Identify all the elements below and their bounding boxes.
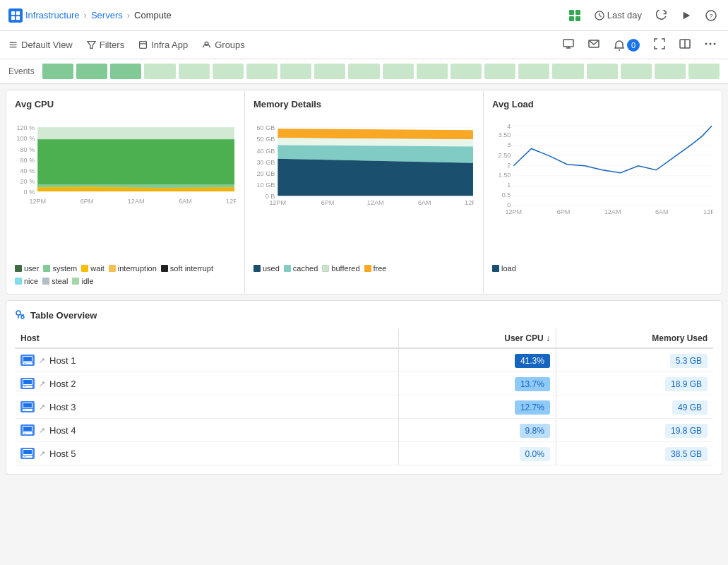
- cpu-value: 12.7%: [515, 400, 550, 415]
- grid-view-button[interactable]: [566, 7, 583, 24]
- load-legend: load: [492, 264, 713, 273]
- svg-rect-2: [11, 16, 15, 19]
- svg-text:80 %: 80 %: [20, 146, 35, 153]
- event-block: [450, 64, 482, 79]
- external-link[interactable]: ↗: [39, 356, 45, 365]
- sub-navigation: Default View Filters Infra App Groups 0: [0, 31, 728, 59]
- svg-marker-43: [37, 189, 234, 191]
- external-link[interactable]: ↗: [39, 379, 45, 388]
- svg-rect-1: [16, 11, 20, 14]
- table-overview-icon: [15, 309, 26, 321]
- svg-text:2.50: 2.50: [499, 152, 511, 159]
- svg-text:10 GB: 10 GB: [257, 182, 275, 189]
- mem-value: 18.9 GB: [665, 377, 708, 391]
- filters-label: Filters: [100, 40, 124, 50]
- table-section: Table Overview Host User CPU ↓ Memory Us…: [6, 300, 722, 475]
- cpu-value: 13.7%: [515, 377, 550, 391]
- svg-text:40 GB: 40 GB: [257, 148, 275, 155]
- svg-rect-112: [24, 433, 26, 434]
- legend-soft-interrupt: soft interrupt: [161, 264, 213, 273]
- event-block: [179, 64, 210, 79]
- more-options-button[interactable]: [701, 35, 720, 55]
- svg-rect-15: [563, 40, 573, 47]
- svg-text:12AM: 12AM: [128, 198, 145, 205]
- memory-chart-title: Memory Details: [253, 99, 475, 109]
- default-view-label: Default View: [21, 40, 73, 50]
- fullscreen-button[interactable]: [650, 35, 669, 55]
- svg-text:50 GB: 50 GB: [257, 136, 275, 143]
- svg-text:6PM: 6PM: [80, 198, 94, 205]
- event-block: [552, 64, 583, 79]
- svg-text:12PM: 12PM: [269, 199, 286, 206]
- system-color: [43, 265, 50, 272]
- cached-color: [284, 265, 291, 272]
- cpu-legend: user system wait interruption soft inter…: [15, 264, 236, 285]
- svg-text:12AM: 12AM: [604, 208, 621, 215]
- alerts-button[interactable]: 0: [610, 35, 643, 55]
- breadcrumb: Infrastructure › Servers › Compute: [8, 8, 172, 23]
- legend-idle: idle: [72, 277, 93, 285]
- default-view-button[interactable]: Default View: [8, 34, 73, 56]
- play-icon: [681, 11, 691, 20]
- svg-text:40 %: 40 %: [20, 167, 35, 174]
- free-color: [364, 265, 371, 272]
- svg-marker-11: [88, 42, 95, 49]
- layout-button[interactable]: [676, 35, 694, 55]
- svg-text:1.50: 1.50: [499, 172, 511, 179]
- external-link[interactable]: ↗: [39, 449, 45, 458]
- mail-icon-button[interactable]: [585, 35, 603, 55]
- host-name: Host 1: [49, 355, 76, 366]
- buffered-color: [322, 265, 329, 272]
- svg-rect-110: [23, 427, 32, 431]
- groups-button[interactable]: Groups: [202, 34, 245, 56]
- legend-cached: cached: [284, 264, 318, 273]
- svg-text:20 %: 20 %: [20, 178, 35, 185]
- help-button[interactable]: ?: [703, 7, 720, 24]
- play-button[interactable]: [679, 8, 694, 23]
- layout-icon: [679, 38, 691, 49]
- host-icon: [20, 355, 35, 366]
- svg-rect-12: [140, 42, 147, 49]
- monitor-icon-button[interactable]: [559, 35, 578, 55]
- idle-color: [72, 278, 79, 285]
- cpu-value: 0.0%: [520, 447, 550, 461]
- legend-used: used: [253, 264, 280, 273]
- filters-button[interactable]: Filters: [87, 34, 124, 56]
- svg-rect-0: [11, 11, 15, 14]
- host-cell: ↗ Host 3: [15, 396, 399, 419]
- legend-steal: steal: [42, 277, 68, 285]
- charts-row: Avg CPU 120 % 100 % 80 % 60 % 40 % 20 % …: [6, 90, 722, 295]
- host-icon: [20, 401, 35, 412]
- fullscreen-icon: [654, 38, 665, 49]
- svg-text:60 %: 60 %: [20, 157, 35, 164]
- user-cpu-column-header: User CPU ↓: [417, 329, 556, 348]
- breadcrumb-infrastructure[interactable]: Infrastructure: [25, 10, 80, 20]
- breadcrumb-servers[interactable]: Servers: [91, 10, 123, 20]
- last-day-button[interactable]: Last day: [592, 7, 645, 23]
- event-block: [484, 64, 515, 79]
- legend-system: system: [43, 264, 77, 273]
- memory-used-column-header: Memory Used: [573, 329, 713, 348]
- load-chart-title: Avg Load: [492, 99, 713, 109]
- clock-icon: [595, 11, 604, 20]
- svg-text:12AM: 12AM: [367, 199, 384, 206]
- alerts-badge: 0: [627, 39, 640, 52]
- event-block: [76, 64, 107, 79]
- infra-icon: [138, 40, 148, 49]
- refresh-button[interactable]: [653, 7, 670, 24]
- memory-details-panel: Memory Details 60 GB 50 GB 40 GB 30 GB 2…: [245, 90, 484, 294]
- event-block: [280, 64, 311, 79]
- infrastructure-icon: [8, 8, 23, 23]
- svg-rect-108: [24, 410, 26, 410]
- host-name: Host 4: [49, 425, 76, 436]
- cpu-chart-title: Avg CPU: [15, 99, 236, 109]
- event-block: [110, 64, 141, 79]
- host-cell: ↗ Host 5: [15, 442, 399, 465]
- external-link[interactable]: ↗: [39, 426, 45, 435]
- infra-app-button[interactable]: Infra App: [138, 34, 188, 56]
- svg-rect-100: [24, 363, 26, 364]
- external-link[interactable]: ↗: [39, 403, 45, 412]
- svg-text:12PM: 12PM: [465, 199, 475, 206]
- legend-load: load: [492, 264, 516, 273]
- legend-wait: wait: [81, 264, 105, 273]
